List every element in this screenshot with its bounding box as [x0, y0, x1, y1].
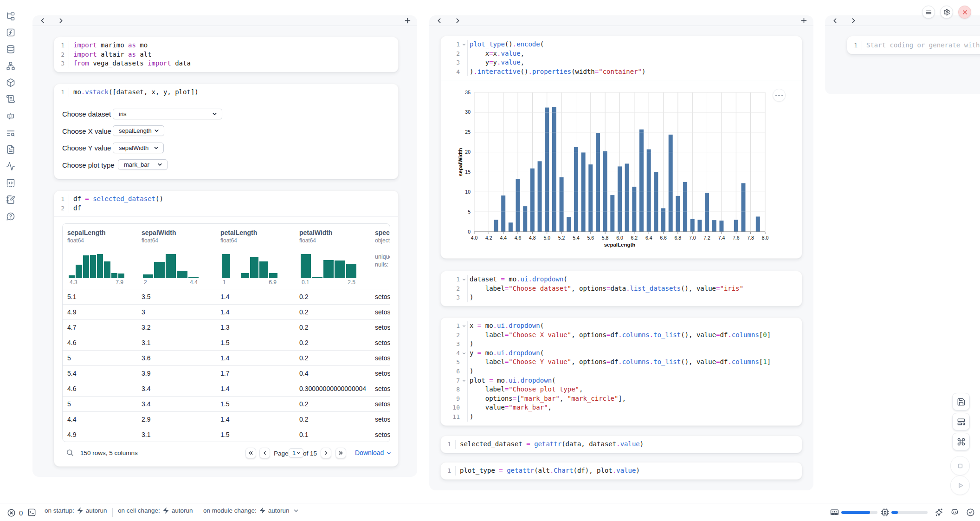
on-startup-setting[interactable]: on startup: autorun	[45, 507, 107, 514]
shutdown-button[interactable]	[958, 6, 971, 19]
terminal-button[interactable]	[27, 508, 36, 517]
close-icon	[961, 9, 968, 16]
save-button[interactable]	[952, 393, 970, 410]
last-page-button[interactable]	[335, 448, 346, 458]
code-editor[interactable]: 123dataset = mo.ui.dropdown( label="Choo…	[441, 271, 802, 306]
svg-text:5.8: 5.8	[602, 235, 609, 241]
sidebar-item-bot-message-icon[interactable]	[6, 111, 15, 121]
stop-button[interactable]	[950, 456, 970, 475]
table-column-header[interactable]: petalWidthfloat640.12.5	[299, 224, 374, 289]
dropdown-select-choose-dataset[interactable]: iris	[113, 109, 222, 119]
fold-chevron-icon[interactable]	[462, 324, 466, 328]
column-prev-button[interactable]	[831, 17, 839, 25]
line-number-gutter: 123	[54, 41, 69, 68]
sidebar-item-help-bubble-icon[interactable]	[6, 212, 15, 221]
table-row[interactable]: 4.931.40.2setosa	[63, 305, 390, 320]
svg-text:7.0: 7.0	[689, 235, 696, 241]
table-column-header[interactable]: sepalLengthfloat644.37.9	[67, 224, 142, 289]
sidebar-item-notebook-pen-icon[interactable]	[6, 195, 15, 204]
sidebar-item-text-search-icon[interactable]	[6, 129, 15, 138]
on-module-change-setting[interactable]: on module change: autorun	[203, 507, 299, 514]
column-next-button[interactable]	[454, 17, 462, 25]
cpu-icon	[881, 508, 890, 517]
cpu-indicator[interactable]	[881, 508, 890, 517]
sidebar-item-scroll-text-icon[interactable]	[6, 94, 15, 104]
sidebar-item-package-box-icon[interactable]	[6, 78, 15, 87]
sidebar-item-function-square-icon[interactable]	[6, 28, 15, 37]
search-icon[interactable]	[66, 442, 74, 456]
sidebar-item-activity-icon[interactable]	[6, 162, 15, 171]
column-prev-button[interactable]	[39, 17, 46, 25]
dropdown-select-choose-plot-type[interactable]: mark_bar	[118, 159, 168, 170]
add-cell-button[interactable]	[404, 17, 412, 25]
table-cell: 3.2	[142, 320, 218, 335]
table-row[interactable]: 5.43.91.70.4setosa	[63, 366, 390, 381]
code-editor[interactable]: 123import marimo as moimport altair as a…	[54, 37, 398, 72]
code-editor[interactable]: 1234plot_type().encode( x=x.value, y=y.v…	[441, 36, 802, 80]
first-page-button[interactable]	[245, 448, 256, 458]
table-row[interactable]: 53.41.50.2setosa	[63, 397, 390, 412]
errors-indicator[interactable]: 0	[7, 508, 23, 517]
column-prev-button[interactable]	[435, 17, 443, 25]
table-cell: 1.4	[220, 381, 297, 397]
sidebar-item-file-tree-icon[interactable]	[6, 12, 15, 21]
copilot-button[interactable]	[950, 508, 959, 517]
column-histogram[interactable]	[222, 254, 277, 278]
notebook-cell: 1234plot_type().encode( x=x.value, y=y.v…	[440, 36, 802, 259]
sidebar-item-file-text-icon[interactable]	[6, 145, 15, 154]
next-page-button[interactable]	[321, 448, 331, 458]
prev-page-button[interactable]	[259, 448, 270, 458]
code-editor[interactable]: 1plot_type = getattr(alt.Chart(df), plot…	[441, 462, 802, 479]
dropdown-select-choose-y-value[interactable]: sepalWidth	[113, 143, 164, 153]
column-histogram[interactable]	[69, 254, 124, 278]
table-column-header[interactable]: sepalWidthfloat6424.4	[142, 224, 216, 289]
table-cell: 4.9	[67, 427, 144, 442]
memory-indicator[interactable]	[830, 508, 839, 517]
add-cell-button[interactable]	[800, 17, 808, 25]
svg-text:6.0: 6.0	[616, 235, 623, 241]
menu-button[interactable]	[922, 6, 935, 19]
ai-assist-button[interactable]	[935, 508, 943, 517]
column-next-button[interactable]	[850, 17, 858, 25]
table-row[interactable]: 5.13.51.40.2setosa	[63, 289, 390, 305]
svg-text:25: 25	[465, 130, 471, 135]
run-button[interactable]	[950, 475, 970, 495]
code-editor[interactable]: 1234567891011x = mo.ui.dropdown( label="…	[441, 318, 802, 425]
layout-toggle-button[interactable]	[952, 413, 970, 430]
settings-button[interactable]	[940, 6, 953, 19]
code-editor[interactable]: 1mo.vstack([dataset, x, y, plot])	[54, 84, 398, 101]
table-row[interactable]: 4.63.11.50.2setosa	[63, 335, 390, 351]
download-button[interactable]: Download	[355, 449, 392, 456]
table-row[interactable]: 53.61.40.2setosa	[63, 351, 390, 366]
table-column-header[interactable]: petalLengthfloat6416.9	[220, 224, 295, 289]
table-column-header[interactable]: speciesobjectunique: 3nulls: 0	[375, 224, 390, 289]
column-histogram[interactable]	[143, 254, 199, 278]
table-row[interactable]: 4.63.41.40.30000000000000004setosa	[63, 381, 390, 397]
code-editor[interactable]: 12df = selected_dataset()df	[54, 191, 398, 216]
code-lines: mo.vstack([dataset, x, y, plot])	[69, 88, 199, 97]
table-row[interactable]: 4.42.91.40.2setosa	[63, 412, 390, 427]
column-next-button[interactable]	[57, 17, 65, 25]
on-cell-change-setting[interactable]: on cell change: autorun	[118, 507, 193, 514]
table-row[interactable]: 4.73.21.30.2setosa	[63, 320, 390, 335]
connection-status[interactable]	[966, 508, 975, 517]
fold-chevron-icon[interactable]	[462, 351, 466, 356]
svg-text:6.4: 6.4	[645, 235, 652, 241]
keyboard-shortcuts-button[interactable]	[952, 433, 970, 450]
dropdown-select-choose-x-value[interactable]: sepalLength	[113, 125, 164, 136]
code-editor[interactable]: 1selected_dataset = getattr(data, datase…	[441, 436, 802, 453]
code-editor[interactable]: 1Start coding or generate with AI	[847, 36, 980, 54]
generate-link[interactable]: generate	[929, 41, 960, 49]
svg-text:4.8: 4.8	[529, 235, 536, 241]
table-row[interactable]: 4.93.11.50.1setosa	[63, 427, 390, 442]
sidebar-item-code-square-dashed-icon[interactable]	[6, 178, 15, 188]
sidebar-item-database-icon[interactable]	[6, 45, 15, 54]
fold-chevron-icon[interactable]	[462, 277, 466, 282]
table-cell: 0.4	[299, 366, 376, 381]
line-number-gutter: 123	[441, 275, 468, 302]
column-histogram[interactable]	[301, 254, 356, 278]
page-select[interactable]: 1	[289, 448, 303, 458]
sidebar-item-network-icon[interactable]	[6, 61, 15, 71]
fold-chevron-icon[interactable]	[462, 378, 466, 383]
fold-chevron-icon[interactable]	[462, 42, 466, 47]
